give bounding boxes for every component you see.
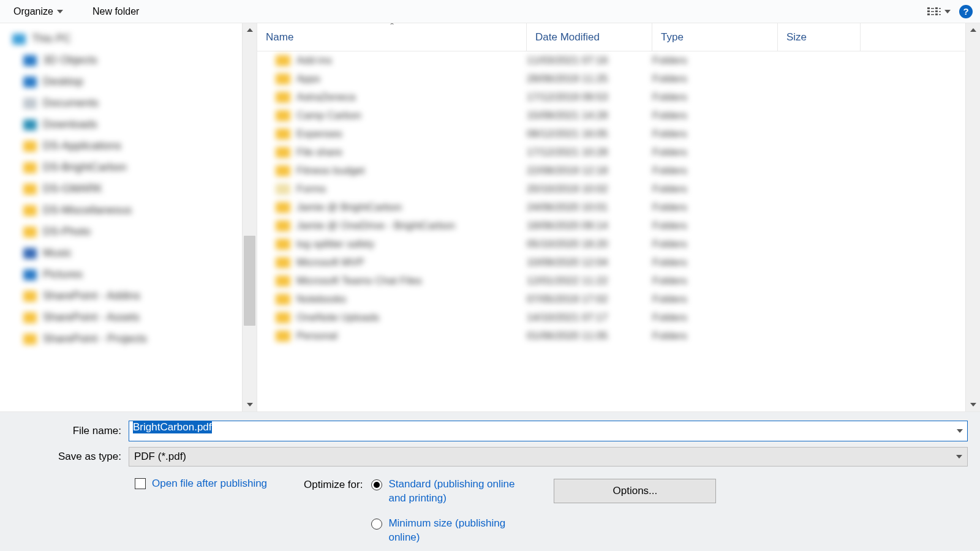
file-date: 08/12/2021 16:05 — [527, 128, 652, 140]
nav-item[interactable]: 3D Objects — [0, 50, 242, 71]
toolbar: Organize New folder ? — [0, 0, 980, 23]
nav-item[interactable]: Pictures — [0, 264, 242, 285]
folder-icon — [23, 334, 37, 345]
folder-icon — [276, 312, 290, 323]
file-name: Notebooks — [296, 293, 346, 305]
svg-rect-3 — [931, 11, 934, 12]
scroll-up-button[interactable] — [966, 23, 980, 37]
scroll-down-button[interactable] — [966, 398, 980, 411]
file-name-input[interactable]: BrightCarbon.pdf — [129, 421, 968, 441]
file-row[interactable]: Expenses08/12/2021 16:05Folders — [257, 125, 965, 143]
organize-label: Organize — [13, 6, 53, 17]
svg-rect-8 — [935, 10, 938, 12]
folder-icon — [23, 141, 37, 152]
file-row[interactable]: Jamie @ OneDrive - BrightCarbon18/06/202… — [257, 217, 965, 235]
file-name: OneNote Uploads — [296, 312, 379, 324]
file-row[interactable]: Fitness budget22/08/2019 12:18Folders — [257, 162, 965, 180]
column-header-date[interactable]: Date Modified — [527, 23, 652, 51]
nav-item-label: DS-Miscellaneous — [43, 204, 132, 217]
folder-icon — [276, 239, 290, 250]
nav-item-label: DS-BrightCarbon — [43, 161, 127, 174]
folder-icon — [23, 248, 37, 259]
scroll-up-button[interactable] — [243, 23, 257, 37]
file-row[interactable]: AstraZeneca17/12/2019 09:53Folders — [257, 88, 965, 107]
file-row[interactable]: Apps28/06/2019 11:25Folders — [257, 70, 965, 88]
optimize-standard-radio[interactable]: Standard (publishing online and printing… — [371, 478, 517, 506]
svg-rect-11 — [939, 14, 941, 15]
file-type: Folders — [652, 73, 778, 85]
save-panel: File name: BrightCarbon.pdf Save as type… — [0, 412, 980, 551]
scroll-track[interactable] — [243, 37, 257, 398]
nav-item[interactable]: Desktop — [0, 71, 242, 92]
nav-item-label: DS-Applications — [43, 140, 121, 152]
nav-item[interactable]: SharePoint - Assets — [0, 307, 242, 328]
file-row[interactable]: Notebooks07/05/2019 17:02Folders — [257, 290, 965, 309]
help-icon[interactable]: ? — [959, 5, 973, 18]
file-row[interactable]: File share17/12/2021 10:28Folders — [257, 143, 965, 162]
nav-item-label: Music — [43, 247, 72, 260]
chevron-down-icon — [944, 10, 951, 13]
folder-icon — [23, 205, 37, 216]
save-type-select[interactable]: PDF (*.pdf) — [129, 447, 968, 467]
file-row[interactable]: Personal01/06/2020 11:05Folders — [257, 327, 965, 345]
svg-rect-6 — [935, 7, 938, 9]
svg-rect-2 — [927, 10, 930, 12]
nav-item[interactable]: DS-Applications — [0, 135, 242, 157]
options-button[interactable]: Options... — [554, 479, 716, 503]
optimize-minimum-radio[interactable]: Minimum size (publishing online) — [371, 517, 517, 545]
file-row[interactable]: Camp Carbon15/09/2021 14:28Folders — [257, 107, 965, 125]
folder-icon — [276, 257, 290, 268]
nav-item-label: Downloads — [43, 118, 97, 131]
file-row[interactable]: Microsoft MVP10/09/2020 12:04Folders — [257, 253, 965, 272]
new-folder-button[interactable]: New folder — [86, 4, 145, 20]
folder-icon — [23, 77, 37, 88]
nav-item[interactable]: DS-Photo — [0, 221, 242, 242]
scroll-thumb[interactable] — [244, 236, 255, 326]
file-row[interactable]: Add-ins11/03/2021 07:16Folders — [257, 51, 965, 70]
nav-item[interactable]: DS-Miscellaneous — [0, 200, 242, 221]
open-after-checkbox[interactable]: Open file after publishing — [135, 478, 267, 490]
nav-item[interactable]: SharePoint - Projects — [0, 328, 242, 350]
nav-item[interactable]: Downloads — [0, 114, 242, 135]
nav-item[interactable]: Music — [0, 242, 242, 264]
file-type: Folders — [652, 54, 778, 67]
file-type: Folders — [652, 91, 778, 103]
view-mode-button[interactable] — [925, 4, 953, 19]
nav-item[interactable]: DS-BrightCarbon — [0, 157, 242, 178]
file-name-label: File name: — [12, 425, 129, 437]
file-row[interactable]: OneNote Uploads14/10/2021 07:17Folders — [257, 309, 965, 327]
chevron-down-icon — [970, 403, 976, 407]
nav-item[interactable]: Documents — [0, 92, 242, 114]
nav-scrollbar[interactable] — [242, 23, 257, 411]
column-header-type[interactable]: Type — [652, 23, 778, 51]
scroll-down-button[interactable] — [243, 398, 257, 411]
file-row[interactable]: Microsoft Teams Chat Files12/01/2022 11:… — [257, 272, 965, 290]
file-list-header: ⌃ Name Date Modified Type Size — [257, 23, 965, 51]
save-type-value: PDF (*.pdf) — [134, 451, 186, 463]
nav-list[interactable]: This PC3D ObjectsDesktopDocumentsDownloa… — [0, 23, 242, 411]
folder-icon — [276, 55, 290, 66]
file-name: Microsoft Teams Chat Files — [296, 275, 422, 287]
open-after-label: Open file after publishing — [152, 478, 267, 490]
nav-item[interactable]: This PC — [0, 28, 242, 50]
folder-icon — [23, 269, 37, 280]
svg-rect-5 — [931, 14, 934, 15]
chevron-down-icon[interactable] — [957, 429, 963, 433]
file-row[interactable]: Jamie @ BrightCarbon24/06/2020 10:01Fold… — [257, 198, 965, 217]
folder-icon — [23, 98, 37, 109]
file-type: Folders — [652, 238, 778, 250]
file-type: Folders — [652, 128, 778, 140]
file-date: 20/10/2019 10:02 — [527, 183, 652, 195]
file-scrollbar[interactable] — [965, 23, 980, 411]
file-row[interactable]: Forms20/10/2019 10:02Folders — [257, 180, 965, 198]
file-row[interactable]: log splitter safety05/10/2020 18:20Folde… — [257, 235, 965, 253]
nav-item[interactable]: DS-GMARK — [0, 178, 242, 200]
organize-button[interactable]: Organize — [7, 4, 69, 20]
scroll-track[interactable] — [966, 37, 980, 398]
column-header-size[interactable]: Size — [778, 23, 861, 51]
column-header-name[interactable]: ⌃ Name — [257, 23, 527, 51]
nav-item[interactable]: SharePoint - Addins — [0, 285, 242, 307]
folder-icon — [276, 202, 290, 213]
file-type: Folders — [652, 165, 778, 177]
file-name: Personal — [296, 330, 337, 342]
